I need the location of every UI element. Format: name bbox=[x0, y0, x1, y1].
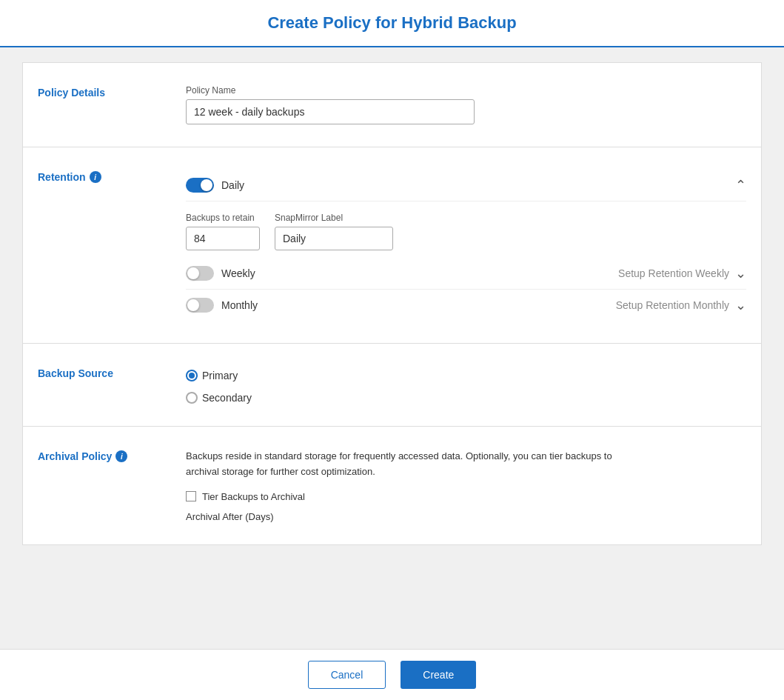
backup-source-body: Primary Secondary bbox=[186, 366, 746, 404]
policy-details-body: Policy Name bbox=[186, 85, 746, 124]
monthly-setup-area[interactable]: Setup Retention Monthly ⌄ bbox=[616, 297, 746, 313]
retention-info-icon[interactable]: i bbox=[90, 171, 101, 183]
backup-source-section: Backup Source Primary Secondary bbox=[22, 344, 762, 427]
daily-details: Backups to retain SnapMirror Label bbox=[186, 201, 746, 258]
daily-toggle-label: Daily bbox=[186, 178, 244, 193]
policy-details-section: Policy Details Policy Name bbox=[22, 62, 762, 147]
main-content: Policy Details Policy Name Retention i D… bbox=[0, 47, 784, 649]
monthly-toggle-label: Monthly bbox=[186, 298, 258, 313]
tier-backups-label: Tier Backups to Archival bbox=[202, 491, 305, 502]
monthly-chevron-down-icon: ⌄ bbox=[735, 297, 746, 313]
create-button[interactable]: Create bbox=[401, 661, 476, 689]
weekly-label: Weekly bbox=[221, 267, 255, 279]
daily-chevron-area[interactable]: ⌃ bbox=[735, 177, 746, 193]
policy-name-input[interactable] bbox=[186, 99, 475, 124]
archival-description: Backups reside in standard storage for f… bbox=[186, 449, 630, 480]
weekly-toggle-label: Weekly bbox=[186, 266, 255, 281]
backups-to-retain-group: Backups to retain bbox=[186, 213, 260, 250]
snapmirror-label-input[interactable] bbox=[275, 227, 393, 250]
cancel-button[interactable]: Cancel bbox=[308, 661, 386, 689]
retention-monthly-row: Monthly Setup Retention Monthly ⌄ bbox=[186, 290, 746, 321]
footer: Cancel Create bbox=[0, 649, 784, 700]
weekly-setup-label: Setup Retention Weekly bbox=[618, 267, 729, 279]
weekly-toggle[interactable] bbox=[186, 266, 214, 281]
monthly-setup-label: Setup Retention Monthly bbox=[616, 299, 729, 311]
daily-toggle-thumb bbox=[201, 179, 212, 191]
policy-name-label: Policy Name bbox=[186, 85, 746, 96]
retention-section: Retention i Daily ⌃ Back bbox=[22, 147, 762, 344]
radio-secondary-label: Secondary bbox=[202, 392, 252, 404]
daily-chevron-up-icon: ⌃ bbox=[735, 177, 746, 193]
monthly-label: Monthly bbox=[221, 299, 258, 311]
page-header: Create Policy for Hybrid Backup bbox=[0, 0, 784, 47]
monthly-toggle-thumb bbox=[187, 299, 199, 311]
snapmirror-label-group: SnapMirror Label bbox=[275, 213, 393, 250]
policy-details-label: Policy Details bbox=[38, 85, 186, 124]
radio-primary[interactable]: Primary bbox=[186, 370, 746, 381]
weekly-setup-area[interactable]: Setup Retention Weekly ⌄ bbox=[618, 265, 746, 281]
page-title: Create Policy for Hybrid Backup bbox=[267, 13, 516, 32]
retention-label: Retention i bbox=[38, 170, 186, 321]
retention-daily-row: Daily ⌃ bbox=[186, 170, 746, 201]
radio-secondary[interactable]: Secondary bbox=[186, 392, 746, 404]
retention-weekly-row: Weekly Setup Retention Weekly ⌄ bbox=[186, 258, 746, 290]
daily-toggle[interactable] bbox=[186, 178, 214, 193]
backup-source-radio-group: Primary Secondary bbox=[186, 366, 746, 404]
archival-policy-label: Archival Policy i bbox=[38, 449, 186, 522]
tier-backups-checkbox-row[interactable]: Tier Backups to Archival bbox=[186, 491, 746, 502]
monthly-toggle[interactable] bbox=[186, 298, 214, 313]
archival-policy-body: Backups reside in standard storage for f… bbox=[186, 449, 746, 522]
retention-body: Daily ⌃ Backups to retain SnapMirror Lab… bbox=[186, 170, 746, 321]
radio-primary-label: Primary bbox=[202, 370, 238, 381]
radio-secondary-circle bbox=[186, 392, 198, 404]
radio-primary-circle bbox=[186, 370, 198, 381]
snapmirror-label-label: SnapMirror Label bbox=[275, 213, 393, 223]
tier-backups-checkbox[interactable] bbox=[186, 491, 196, 501]
backups-to-retain-input[interactable] bbox=[186, 227, 260, 250]
backup-source-label: Backup Source bbox=[38, 366, 186, 404]
weekly-toggle-thumb bbox=[187, 267, 199, 279]
archival-policy-section: Archival Policy i Backups reside in stan… bbox=[22, 427, 762, 545]
daily-label: Daily bbox=[221, 179, 244, 191]
archival-info-icon[interactable]: i bbox=[115, 450, 127, 462]
archival-after-label: Archival After (Days) bbox=[186, 511, 746, 522]
weekly-chevron-down-icon: ⌄ bbox=[735, 265, 746, 281]
backups-to-retain-label: Backups to retain bbox=[186, 213, 260, 223]
